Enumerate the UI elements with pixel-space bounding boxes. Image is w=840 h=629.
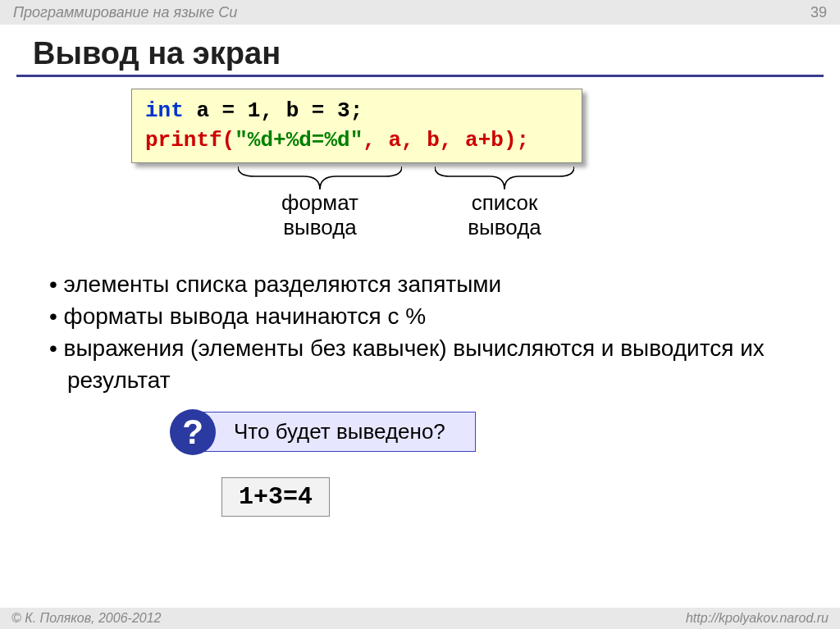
slide-title: Вывод на экран xyxy=(33,36,840,71)
label-format-l2: вывода xyxy=(283,215,357,239)
title-underline xyxy=(16,75,824,77)
label-format: формат вывода xyxy=(238,191,402,240)
brace-list xyxy=(435,166,574,191)
annotations: формат вывода список вывода xyxy=(0,166,840,265)
header-bar: Программирование на языке Си 39 xyxy=(0,0,840,25)
label-list-l2: вывода xyxy=(468,215,541,239)
question-mark-icon: ? xyxy=(170,409,216,455)
label-list-l1: список xyxy=(472,190,538,215)
question-box: ? Что будет выведено? xyxy=(189,412,476,452)
code-box: int a = 1, b = 3; printf("%d+%d=%d", a, … xyxy=(131,89,582,163)
label-list: список вывода xyxy=(435,191,574,240)
label-format-l1: формат xyxy=(281,190,358,215)
result-box: 1+3=4 xyxy=(221,477,330,517)
format-string: "%d+%d=%d" xyxy=(235,128,363,153)
question-row: ? Что будет выведено? xyxy=(189,412,840,461)
brace-format xyxy=(238,166,402,191)
header-subject: Программирование на языке Си xyxy=(13,4,237,21)
footer-copyright: © К. Поляков, 2006-2012 xyxy=(11,611,161,626)
page-number: 39 xyxy=(810,4,827,21)
footer-bar: © К. Поляков, 2006-2012 http://kpolyakov… xyxy=(0,608,840,629)
code-line-1: int a = 1, b = 3; xyxy=(145,96,568,125)
printf-args: , a, b, a+b); xyxy=(363,128,529,153)
footer-url: http://kpolyakov.narod.ru xyxy=(686,611,829,626)
question-text: Что будет выведено? xyxy=(234,419,445,444)
bullet-list: элементы списка разделяются запятыми фор… xyxy=(41,268,840,397)
code-line1-rest: a = 1, b = 3; xyxy=(184,98,363,123)
bullet-item: элементы списка разделяются запятыми xyxy=(67,268,822,300)
bullet-item: форматы вывода начинаются с % xyxy=(67,300,822,332)
printf-call: printf( xyxy=(145,128,235,153)
bullet-item: выражения (элементы без кавычек) вычисля… xyxy=(67,332,822,396)
code-line-2: printf("%d+%d=%d", a, b, a+b); xyxy=(145,125,568,155)
keyword-int: int xyxy=(145,98,184,123)
